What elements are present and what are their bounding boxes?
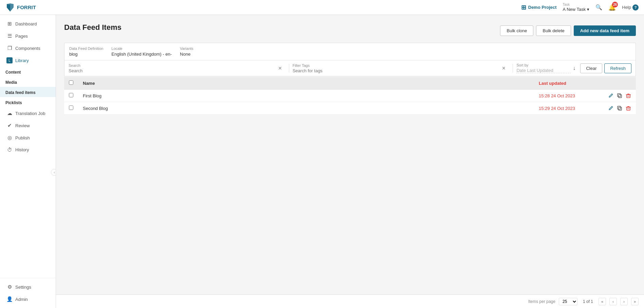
filter-tags-label: Filter Tags [293, 63, 499, 68]
divider1 [289, 64, 289, 73]
table-header-row: Name Last updated [64, 77, 636, 90]
sidebar-item-label: Publish [15, 135, 30, 140]
refresh-button[interactable]: Refresh [604, 63, 631, 73]
components-icon: ❐ [6, 45, 13, 51]
variants-label: Variants [180, 46, 194, 51]
publish-icon: ◎ [6, 135, 13, 141]
sidebar-item-settings[interactable]: ⚙ Settings [0, 281, 56, 293]
table-row: Second Blog 15:29 24 Oct 2023 [64, 102, 636, 115]
pagination-prev-button[interactable]: ‹ [609, 298, 617, 305]
edit-button-0[interactable] [608, 93, 613, 98]
sidebar-item-data-feed-items[interactable]: Data feed items [0, 87, 56, 97]
svg-rect-2 [619, 95, 622, 98]
sidebar-nav: ⊞ Dashboard ☰ Pages ❐ Components L Libra… [0, 15, 56, 278]
library-icon: L [6, 57, 13, 63]
sidebar-item-history[interactable]: ⏱ History [0, 144, 56, 156]
filter-tags-group: Filter Tags [293, 63, 499, 73]
sort-group: Sort by Date Last Updated [516, 63, 571, 73]
sidebar-section-content: Content [0, 66, 56, 77]
bulk-clone-button[interactable]: Bulk clone [500, 25, 533, 36]
sidebar-item-publish[interactable]: ◎ Publish [0, 132, 56, 144]
task-selector[interactable]: Task A New Task ▾ [563, 3, 590, 12]
row-actions-0 [595, 90, 636, 102]
history-icon: ⏱ [6, 147, 13, 153]
sidebar-item-label: Pages [15, 34, 28, 39]
task-name: A New Task ▾ [563, 7, 590, 12]
pagination-next-button[interactable]: › [620, 298, 628, 305]
clear-button[interactable]: Clear [580, 63, 602, 73]
locale-filter: Locale English (United Kingdom) - en- [111, 46, 172, 57]
table-row: First Blog 15:28 24 Oct 2023 [64, 90, 636, 102]
sidebar-item-translation-job[interactable]: ☁ Translation Job [0, 107, 56, 119]
notification-bell[interactable]: 🔔 26 [608, 4, 616, 11]
sidebar-section-media: Media [0, 77, 56, 87]
sidebar-item-label: Library [15, 58, 29, 63]
edit-button-1[interactable] [608, 105, 613, 111]
sidebar-collapse-button[interactable]: ‹ [51, 169, 56, 176]
table-footer: Items per page 25 50 100 1 of 1 « ‹ › » [56, 294, 644, 308]
sidebar-item-components[interactable]: ❐ Components [0, 42, 56, 54]
main-content: Data Feed Items Bulk clone Bulk delete A… [56, 15, 644, 308]
pagination-info: 1 of 1 [583, 299, 593, 304]
sidebar-item-dashboard[interactable]: ⊞ Dashboard [0, 18, 56, 30]
sidebar-item-admin[interactable]: 👤 Admin [0, 293, 56, 305]
svg-rect-7 [627, 107, 630, 110]
locale-value: English (United Kingdom) - en- [111, 52, 172, 57]
clone-button-1[interactable] [617, 105, 622, 111]
col-name-header: Name [78, 77, 534, 90]
sidebar: ⊞ Dashboard ☰ Pages ❐ Components L Libra… [0, 15, 56, 308]
search-input[interactable] [69, 68, 275, 73]
bulk-actions: Bulk clone Bulk delete Add new data feed… [500, 25, 636, 36]
sidebar-item-label: Dashboard [15, 21, 37, 26]
sidebar-section-picklists: Picklists [0, 97, 56, 107]
project-selector[interactable]: ⊞ Demo Project [521, 4, 557, 11]
row-lastupdated-0: 15:28 24 Oct 2023 [534, 90, 595, 102]
variants-value: None [180, 52, 194, 57]
search-group: Search [69, 63, 275, 73]
sidebar-item-review[interactable]: ✔ Review [0, 119, 56, 132]
pagination-last-button[interactable]: » [631, 298, 639, 305]
sidebar-item-label: Components [15, 46, 40, 51]
delete-button-1[interactable] [626, 105, 631, 111]
row-checkbox-0[interactable] [69, 93, 73, 97]
search-clear-button[interactable]: ✕ [278, 65, 282, 71]
table-header: Name Last updated [64, 77, 636, 90]
topbar-right: ⊞ Demo Project Task A New Task ▾ 🔍 🔔 26 … [521, 3, 639, 12]
task-chevron-icon: ▾ [587, 7, 589, 12]
sidebar-item-label: Translation Job [15, 111, 45, 116]
sort-value: Date Last Updated [516, 68, 571, 73]
bulk-delete-button[interactable]: Bulk delete [536, 25, 571, 36]
col-lastupdated-header: Last updated [534, 77, 595, 90]
row-name-0: First Blog [78, 90, 534, 102]
col-actions-header [595, 77, 636, 90]
row-checkbox-1[interactable] [69, 105, 73, 110]
sidebar-item-library[interactable]: L Library [0, 54, 56, 66]
review-icon: ✔ [6, 122, 13, 129]
help-button[interactable]: Help ? [622, 4, 639, 11]
row-checkbox-cell [64, 90, 78, 102]
sidebar-item-pages[interactable]: ☰ Pages [0, 30, 56, 42]
filter-tags-input[interactable] [293, 68, 499, 73]
row-name-1: Second Blog [78, 102, 534, 115]
logo: FORRIT [5, 3, 36, 12]
filter-tags-clear-button[interactable]: ✕ [502, 65, 506, 71]
admin-icon: 👤 [6, 296, 13, 302]
search-label: Search [69, 63, 275, 68]
locale-label: Locale [111, 46, 172, 51]
sidebar-item-label: History [15, 147, 29, 152]
sidebar-bottom: ⚙ Settings 👤 Admin [0, 278, 56, 308]
notification-count: 26 [612, 2, 618, 7]
items-per-page-select[interactable]: 25 50 100 [559, 298, 577, 305]
data-feed-filter: Data Feed Definition blog [69, 46, 103, 57]
svg-rect-5 [619, 107, 622, 110]
pagination-first-button[interactable]: « [599, 298, 606, 305]
page-header: Data Feed Items Bulk clone Bulk delete A… [64, 23, 636, 38]
clone-button-0[interactable] [617, 93, 622, 98]
sort-direction-button[interactable]: ↓ [573, 65, 575, 71]
search-button[interactable]: 🔍 [595, 4, 602, 11]
add-new-button[interactable]: Add new data feed item [574, 25, 636, 36]
sort-label: Sort by [516, 63, 571, 67]
items-per-page-label: Items per page [528, 299, 555, 304]
select-all-checkbox[interactable] [69, 80, 73, 85]
delete-button-0[interactable] [626, 93, 631, 98]
